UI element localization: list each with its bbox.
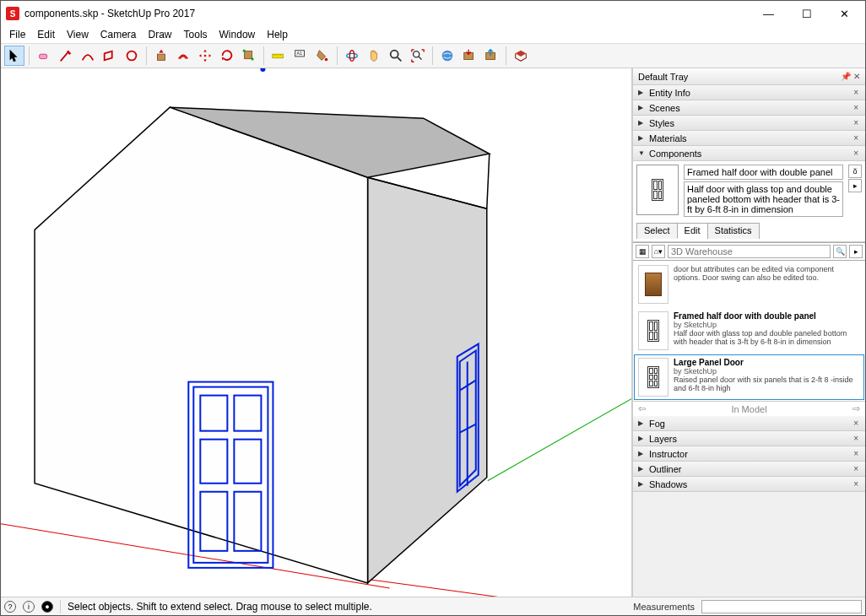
panel-close-icon[interactable]: ×: [852, 88, 860, 97]
menu-draw[interactable]: Draw: [143, 27, 177, 42]
circle-tool[interactable]: [122, 46, 142, 66]
menu-help[interactable]: Help: [262, 27, 293, 42]
pan-tool[interactable]: [364, 46, 384, 66]
panel-close-icon[interactable]: ×: [852, 464, 860, 473]
nav-back-icon[interactable]: ⇦: [638, 403, 646, 414]
maximize-button[interactable]: ☐: [788, 2, 825, 25]
share-model-tool[interactable]: [481, 46, 501, 66]
menu-edit[interactable]: Edit: [32, 27, 60, 42]
search-icon[interactable]: 🔍: [833, 245, 847, 258]
panel-close-icon[interactable]: ×: [852, 479, 860, 489]
default-tray: Default Tray 📌 ✕ ▶Entity Info× ▶Scenes× …: [632, 68, 865, 597]
line-tool[interactable]: [56, 46, 76, 66]
menu-tools[interactable]: Tools: [179, 27, 213, 42]
panel-scenes[interactable]: ▶Scenes×: [633, 100, 865, 116]
arc-tool[interactable]: [78, 46, 98, 66]
svg-marker-21: [368, 177, 487, 583]
tray-close-icon[interactable]: ✕: [853, 72, 860, 81]
credits-status-icon[interactable]: i: [23, 601, 35, 613]
component-name-field[interactable]: [684, 165, 843, 180]
svg-line-19: [365, 579, 631, 597]
house-scene: [1, 68, 631, 597]
panel-shadows[interactable]: ▶Shadows×: [633, 477, 865, 492]
tape-tool[interactable]: [268, 46, 289, 66]
status-hint: Select objects. Shift to extend select. …: [68, 601, 372, 613]
rotate-tool[interactable]: [217, 46, 237, 66]
svg-point-1: [127, 51, 137, 61]
panel-layers[interactable]: ▶Layers×: [633, 431, 865, 446]
component-item-selected[interactable]: Large Panel Door by SketchUp Raised pane…: [634, 354, 864, 400]
geo-status-icon[interactable]: ?: [4, 601, 16, 613]
panel-close-icon[interactable]: ×: [852, 133, 860, 143]
close-button[interactable]: ✕: [825, 2, 863, 25]
minimize-button[interactable]: —: [750, 2, 788, 25]
select-tool[interactable]: [4, 46, 24, 66]
toolbar-separator: [337, 46, 338, 65]
scale-tool[interactable]: [239, 46, 259, 66]
panel-entity-info[interactable]: ▶Entity Info×: [633, 85, 865, 100]
panel-close-icon[interactable]: ×: [852, 149, 860, 158]
toolbar-separator: [263, 46, 264, 65]
add-location-tool[interactable]: [437, 46, 457, 66]
home-icon[interactable]: ⌂▾: [652, 245, 665, 258]
nav-forward-icon[interactable]: ⇨: [852, 403, 860, 414]
component-thumb-icon: [638, 311, 668, 350]
component-item[interactable]: door but attributes can be edited via co…: [634, 262, 864, 307]
app-icon: S: [6, 7, 19, 20]
get-models-tool[interactable]: [459, 46, 479, 66]
viewport-3d[interactable]: [1, 68, 632, 597]
eraser-tool[interactable]: [34, 46, 54, 66]
panel-close-icon[interactable]: ×: [852, 118, 860, 127]
component-select-button[interactable]: ŏ: [848, 165, 862, 178]
signin-status-icon[interactable]: ●: [41, 601, 53, 613]
tab-statistics[interactable]: Statistics: [707, 223, 760, 239]
search-input[interactable]: [668, 245, 831, 258]
menu-camera[interactable]: Camera: [95, 27, 142, 42]
menubar: File Edit View Camera Draw Tools Window …: [1, 26, 865, 43]
pushpull-tool[interactable]: [151, 46, 171, 66]
component-replace-button[interactable]: ▸: [848, 179, 862, 192]
panel-instructor[interactable]: ▶Instructor×: [633, 446, 865, 462]
zoom-tool[interactable]: [386, 46, 406, 66]
tray-title-label: Default Tray: [638, 72, 688, 82]
component-desc-field[interactable]: Half door with glass top and double pane…: [684, 181, 843, 217]
window-titlebar: S components.skp - SketchUp Pro 2017 — ☐…: [1, 1, 865, 26]
component-thumb-icon: [638, 358, 668, 397]
panel-close-icon[interactable]: ×: [852, 419, 860, 428]
view-mode-icon[interactable]: ▦: [636, 245, 649, 258]
menu-file[interactable]: File: [4, 27, 30, 42]
tray-title: Default Tray 📌 ✕: [633, 68, 865, 85]
text-tool[interactable]: A1: [290, 46, 311, 66]
move-tool[interactable]: [195, 46, 215, 66]
extension-warehouse-tool[interactable]: [511, 46, 531, 66]
toolbar-separator: [432, 46, 433, 65]
panel-fog[interactable]: ▶Fog×: [633, 416, 865, 431]
svg-point-10: [325, 58, 328, 62]
panel-components[interactable]: ▼Components×: [633, 146, 865, 161]
paint-tool[interactable]: [312, 46, 333, 66]
toolbar: A1: [1, 43, 865, 68]
details-icon[interactable]: ▸: [849, 245, 863, 258]
tray-pin-icon[interactable]: 📌: [841, 72, 851, 81]
panel-close-icon[interactable]: ×: [852, 434, 860, 443]
menu-window[interactable]: Window: [214, 27, 261, 42]
orbit-tool[interactable]: [342, 46, 362, 66]
svg-point-3: [204, 55, 207, 57]
tray-empty: [633, 492, 865, 597]
tab-select[interactable]: Select: [636, 223, 678, 239]
panel-styles[interactable]: ▶Styles×: [633, 116, 865, 131]
tab-edit[interactable]: Edit: [677, 223, 708, 239]
panel-outliner[interactable]: ▶Outliner×: [633, 462, 865, 477]
zoom-extents-tool[interactable]: [408, 46, 428, 66]
components-search-row: ▦ ⌂▾ 🔍 ▸: [633, 242, 865, 261]
offset-tool[interactable]: [173, 46, 193, 66]
components-tabs: Select Edit Statistics: [636, 222, 862, 238]
menu-view[interactable]: View: [62, 27, 94, 42]
panel-close-icon[interactable]: ×: [852, 449, 860, 458]
svg-rect-0: [40, 54, 47, 58]
measurements-input[interactable]: [701, 600, 862, 613]
panel-close-icon[interactable]: ×: [852, 103, 860, 112]
rectangle-tool[interactable]: [100, 46, 120, 66]
panel-materials[interactable]: ▶Materials×: [633, 131, 865, 146]
component-item[interactable]: Framed half door with double panel by Sk…: [634, 308, 864, 354]
